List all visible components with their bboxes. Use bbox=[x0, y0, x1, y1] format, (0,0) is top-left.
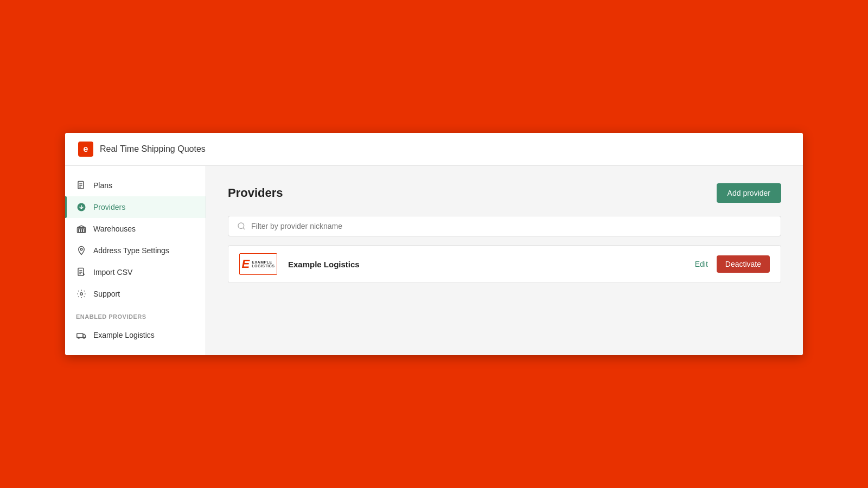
sidebar-item-plans-label: Plans bbox=[93, 181, 112, 190]
provider-row: E EXAMPLE LOGISTICS Example Logistics Ed… bbox=[228, 245, 781, 283]
sidebar-item-import-csv[interactable]: Import CSV bbox=[65, 261, 206, 283]
app-logo-letter: e bbox=[84, 144, 88, 154]
deactivate-button[interactable]: Deactivate bbox=[717, 255, 770, 273]
sidebar-enabled-example-logistics[interactable]: Example Logistics bbox=[65, 324, 206, 346]
sidebar-item-warehouses[interactable]: Warehouses bbox=[65, 218, 206, 240]
app-logo: e bbox=[78, 142, 93, 157]
svg-line-19 bbox=[243, 228, 245, 229]
search-container bbox=[228, 216, 781, 236]
main-content: Providers Add provider E bbox=[206, 166, 803, 355]
search-input[interactable] bbox=[251, 222, 772, 230]
add-provider-button[interactable]: Add provider bbox=[717, 183, 781, 203]
document-icon bbox=[76, 180, 87, 191]
sidebar-item-address-label: Address Type Settings bbox=[93, 246, 169, 255]
provider-actions: Edit Deactivate bbox=[695, 255, 770, 273]
provider-logo: E EXAMPLE LOGISTICS bbox=[239, 253, 277, 275]
svg-rect-8 bbox=[82, 229, 84, 233]
svg-point-9 bbox=[80, 248, 82, 251]
svg-rect-6 bbox=[79, 229, 80, 233]
sidebar: Plans Providers bbox=[65, 166, 206, 355]
truck-icon bbox=[76, 330, 87, 341]
svg-rect-15 bbox=[77, 333, 83, 338]
sidebar-item-import-label: Import CSV bbox=[93, 268, 132, 277]
enabled-provider-name: Example Logistics bbox=[93, 331, 155, 339]
sidebar-item-support-label: Support bbox=[93, 290, 120, 298]
svg-point-18 bbox=[238, 223, 244, 229]
sidebar-item-address-type-settings[interactable]: Address Type Settings bbox=[65, 240, 206, 261]
sidebar-item-warehouses-label: Warehouses bbox=[93, 224, 136, 233]
sidebar-item-plans[interactable]: Plans bbox=[65, 175, 206, 196]
page-title: Providers bbox=[228, 186, 283, 200]
app-body: Plans Providers bbox=[65, 166, 803, 355]
warehouse-icon bbox=[76, 223, 87, 234]
gear-icon bbox=[76, 288, 87, 299]
sidebar-item-providers[interactable]: Providers bbox=[65, 196, 206, 218]
provider-name: Example Logistics bbox=[288, 260, 695, 269]
provider-logo-line2: LOGISTICS bbox=[252, 264, 275, 268]
download-circle-icon bbox=[76, 202, 87, 213]
import-icon bbox=[76, 267, 87, 278]
provider-logo-letter: E bbox=[242, 257, 250, 271]
sidebar-item-support[interactable]: Support bbox=[65, 283, 206, 305]
sidebar-item-providers-label: Providers bbox=[93, 203, 125, 211]
search-icon bbox=[237, 222, 246, 230]
app-header: e Real Time Shipping Quotes bbox=[65, 133, 803, 166]
edit-button[interactable]: Edit bbox=[695, 260, 708, 268]
content-header: Providers Add provider bbox=[228, 183, 781, 203]
provider-logo-text: EXAMPLE LOGISTICS bbox=[252, 260, 275, 268]
provider-logo-inner: E EXAMPLE LOGISTICS bbox=[242, 257, 275, 271]
provider-logo-line1: EXAMPLE bbox=[252, 260, 275, 264]
app-window: e Real Time Shipping Quotes Plans bbox=[65, 133, 803, 355]
app-title: Real Time Shipping Quotes bbox=[100, 144, 206, 154]
location-icon bbox=[76, 245, 87, 256]
enabled-providers-label: Enabled Providers bbox=[65, 305, 206, 324]
svg-point-14 bbox=[80, 293, 83, 296]
svg-rect-7 bbox=[81, 229, 82, 233]
